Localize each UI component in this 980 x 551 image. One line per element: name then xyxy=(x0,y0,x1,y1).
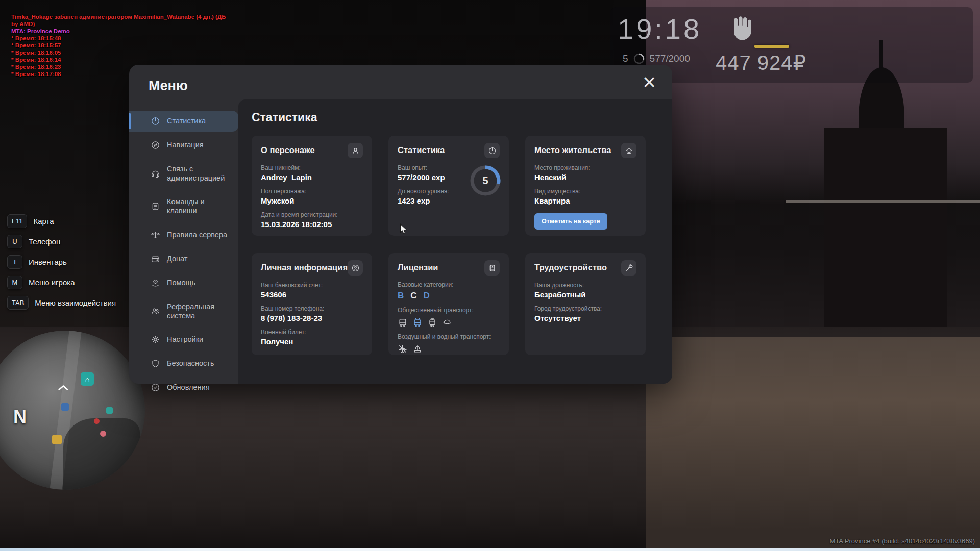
chat-line: Timka_Hokage забанен администратором Max… xyxy=(11,13,231,28)
sidebar-item-label: Статистика xyxy=(167,116,232,126)
minimap-poi-yellow xyxy=(52,435,62,444)
public-transport-icons xyxy=(398,317,500,328)
card-licenses: Лицензии Базовые категории: B C D Общест… xyxy=(388,253,509,355)
keybind-label: Телефон xyxy=(29,237,60,246)
pie-chart-icon xyxy=(484,143,500,158)
card-title: О персонаже xyxy=(261,143,315,155)
license-categories: B C D xyxy=(398,291,500,301)
plane-crossed-icon xyxy=(398,344,408,354)
keybind-player-menu: M Меню игрока xyxy=(7,276,116,289)
card-character: О персонаже Ваш никнейм: Andrey_Lapin По… xyxy=(252,136,372,236)
key-badge: F11 xyxy=(7,214,27,228)
sidebar-item-label: Настройки xyxy=(167,335,232,344)
minimap-poi-blue xyxy=(61,403,69,411)
field-value: 543606 xyxy=(261,290,363,299)
level-value: 5 xyxy=(469,164,502,197)
keybind-map: F11 Карта xyxy=(7,214,116,228)
sidebar-item-label: Навигация xyxy=(167,140,232,149)
house-marker-icon: ⌂ xyxy=(81,372,94,386)
field-label: Воздушный и водный транспорт: xyxy=(398,333,500,340)
background-cobblestone xyxy=(646,337,980,551)
compass-icon xyxy=(151,140,160,150)
hud-exp-value: 577/2000 xyxy=(650,53,690,64)
field-label: Пол персонажа: xyxy=(261,188,363,195)
field-label: Место проживания: xyxy=(534,164,636,171)
sidebar-item-label: Реферальная система xyxy=(167,302,232,320)
active-indicator xyxy=(129,113,131,129)
hud-level-value: 5 xyxy=(623,53,628,64)
field-value: 577/2000 exp xyxy=(398,173,479,182)
raised-fist-icon xyxy=(725,12,755,43)
sidebar-item-settings[interactable]: Настройки xyxy=(129,329,238,350)
card-personal-info: Личная информация Ваш банковский счет: 5… xyxy=(252,253,372,355)
mouse-cursor xyxy=(400,223,408,235)
keybind-phone: U Телефон xyxy=(7,235,116,248)
sidebar-item-updates[interactable]: Обновления xyxy=(129,377,238,398)
sidebar-item-security[interactable]: Безопасность xyxy=(129,353,238,374)
sidebar-item-server-rules[interactable]: Правила сервера xyxy=(129,224,238,245)
sidebar-item-label: Помощь xyxy=(167,278,232,287)
card-title: Лицензии xyxy=(398,260,438,272)
field-label: Ваш опыт: xyxy=(398,164,479,171)
field-label: Город трудоустройства: xyxy=(534,305,636,312)
bus-icon xyxy=(398,317,408,328)
minimap-poi-red xyxy=(94,418,100,424)
person-circle-icon xyxy=(348,260,363,276)
sidebar-item-label: Донат xyxy=(167,254,232,263)
field-value: Мужской xyxy=(261,196,363,205)
card-title: Статистика xyxy=(398,143,445,155)
field-label: Общественный транспорт: xyxy=(398,307,500,314)
close-icon[interactable]: × xyxy=(643,71,656,93)
hud-clock: 19:18 xyxy=(618,12,702,45)
level-ring-icon xyxy=(632,52,646,65)
license-letter: B xyxy=(398,291,404,301)
background-church xyxy=(824,128,947,347)
menu-title: Меню xyxy=(149,78,188,94)
minimap-poi-teal xyxy=(106,407,113,414)
field-value: 15.03.2026 18:02:05 xyxy=(261,220,363,229)
keybind-hints: F11 Карта U Телефон I Инвентарь M Меню и… xyxy=(7,214,116,310)
minimap-poi-pink xyxy=(100,431,106,437)
key-badge: I xyxy=(7,255,22,269)
house-icon xyxy=(621,143,636,158)
scales-icon xyxy=(151,230,160,240)
field-label: Ваш номер телефона: xyxy=(261,305,363,312)
check-circle-icon xyxy=(151,383,160,392)
minimap-north-label: N xyxy=(13,406,27,428)
sidebar-item-admin-contact[interactable]: Связь с администрацией xyxy=(129,159,238,188)
sidebar-item-navigation[interactable]: Навигация xyxy=(129,135,238,156)
menu-content: Статистика О персонаже Ваш никнейм: Andr… xyxy=(238,99,672,384)
field-value: Невский xyxy=(534,173,636,182)
sidebar-item-label: Безопасность xyxy=(167,359,232,368)
sidebar-item-statistics[interactable]: Статистика xyxy=(129,111,238,132)
sidebar-item-donate[interactable]: Донат xyxy=(129,248,238,269)
game-screen: Timka_Hokage забанен администратором Max… xyxy=(0,0,980,551)
keybind-label: Меню игрока xyxy=(29,278,75,287)
sidebar-item-referral[interactable]: Реферальная система xyxy=(129,296,238,326)
people-icon xyxy=(151,306,160,316)
sidebar-item-label: Обновления xyxy=(167,383,232,392)
key-badge: TAB xyxy=(7,296,29,310)
pie-chart-icon xyxy=(151,116,160,126)
card-employment: Трудоустройство Ваша должность: Безработ… xyxy=(525,253,646,355)
sidebar-item-help[interactable]: Помощь xyxy=(129,272,238,293)
field-label: До нового уровня: xyxy=(398,188,479,195)
keybind-label: Карта xyxy=(33,217,54,226)
wrench-icon xyxy=(621,260,636,276)
page-title: Статистика xyxy=(252,111,659,124)
card-title: Личная информация xyxy=(261,260,348,272)
chat-line: * Время: 18:16:14 xyxy=(11,56,231,63)
sidebar-item-commands[interactable]: Команды и клавиши xyxy=(129,191,238,221)
build-watermark: MTA Province #4 (build: s4014c4023r1430v… xyxy=(830,537,975,545)
keybind-label: Инвентарь xyxy=(29,258,67,266)
field-value: Квартира xyxy=(534,196,636,205)
field-value: Безработный xyxy=(534,290,636,299)
wallet-icon xyxy=(151,254,160,264)
license-letter: C xyxy=(410,291,416,301)
key-badge: M xyxy=(7,276,22,289)
field-value: 1423 exp xyxy=(398,196,479,205)
mark-on-map-button[interactable]: Отметить на карте xyxy=(534,213,607,230)
field-value: 8 (978) 183-28-23 xyxy=(261,314,363,322)
air-water-transport-icons xyxy=(398,344,500,354)
taskbar-edge xyxy=(0,548,980,551)
